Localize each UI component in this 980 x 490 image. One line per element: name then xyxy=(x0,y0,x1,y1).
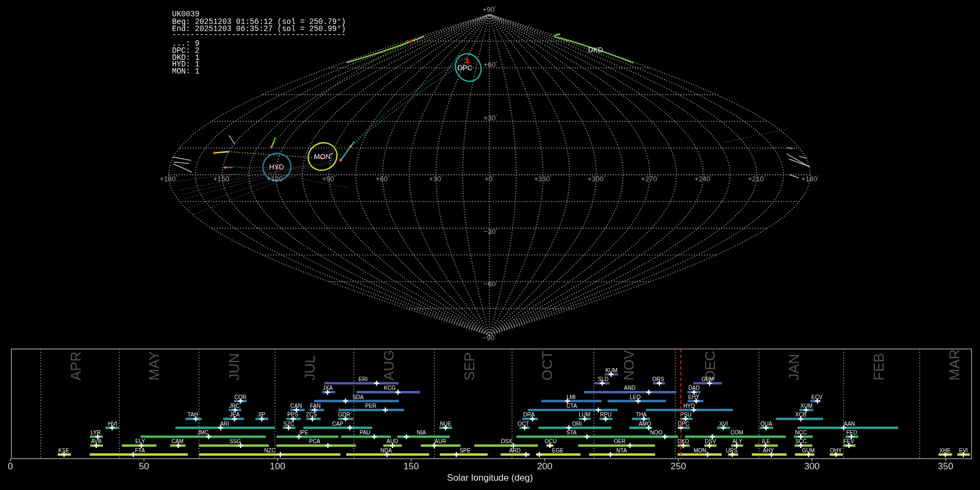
svg-text:MON: 1: MON: 1 xyxy=(172,67,199,76)
svg-text:ECV: ECV xyxy=(811,394,823,400)
svg-text:−90°: −90° xyxy=(482,334,496,342)
svg-text:AND: AND xyxy=(624,385,635,391)
svg-text:0: 0 xyxy=(8,461,13,471)
svg-text:DRA: DRA xyxy=(523,412,535,418)
svg-text:QUA: QUA xyxy=(761,421,773,427)
svg-text:DKD: DKD xyxy=(588,46,603,54)
svg-text:+180°: +180° xyxy=(801,175,819,183)
svg-text:−60°: −60° xyxy=(483,280,497,288)
svg-text:NIA: NIA xyxy=(417,430,426,436)
svg-text:CAP: CAP xyxy=(332,421,344,427)
svg-text:+30°: +30° xyxy=(429,175,443,183)
svg-text:ARD: ARD xyxy=(509,448,520,454)
svg-text:+90°: +90° xyxy=(322,175,336,183)
svg-text:NOO: NOO xyxy=(650,430,663,436)
svg-text:EVI: EVI xyxy=(959,448,968,454)
svg-text:+210°: +210° xyxy=(748,175,766,183)
svg-text:100: 100 xyxy=(270,461,285,471)
svg-text:JAN: JAN xyxy=(786,354,802,381)
svg-text:ERI: ERI xyxy=(359,376,368,382)
svg-text:KCG: KCG xyxy=(384,385,396,391)
svg-text:PCA: PCA xyxy=(309,438,321,444)
svg-text:COM: COM xyxy=(731,430,743,436)
svg-text:ILE: ILE xyxy=(762,438,770,444)
svg-text:NDA: NDA xyxy=(381,448,392,454)
svg-text:CTA: CTA xyxy=(567,403,578,409)
svg-text:+60°: +60° xyxy=(376,175,389,183)
svg-text:ORS: ORS xyxy=(652,376,664,382)
svg-text:XUM: XUM xyxy=(800,403,812,409)
svg-text:JEA: JEA xyxy=(230,412,240,418)
svg-text:SPE: SPE xyxy=(460,448,470,454)
svg-text:DPC: DPC xyxy=(678,421,689,427)
svg-text:STA: STA xyxy=(566,430,577,436)
svg-text:200: 200 xyxy=(537,461,552,471)
svg-text:HYD: HYD xyxy=(683,403,695,409)
svg-text:IPE: IPE xyxy=(299,430,308,436)
svg-text:SLD: SLD xyxy=(598,376,608,382)
svg-text:EGE: EGE xyxy=(552,448,564,454)
svg-text:AUG: AUG xyxy=(381,350,397,381)
svg-text:ALY: ALY xyxy=(732,438,742,444)
svg-text:COR: COR xyxy=(234,394,246,400)
svg-text:250: 250 xyxy=(671,461,686,471)
svg-text:NUE: NUE xyxy=(440,421,451,427)
svg-text:HYD: HYD xyxy=(269,163,284,171)
svg-text:ARI: ARI xyxy=(220,421,229,427)
svg-text:OER: OER xyxy=(614,438,626,444)
svg-text:JMC: JMC xyxy=(198,430,209,436)
svg-text:FTA: FTA xyxy=(135,448,145,454)
svg-text:+150°: +150° xyxy=(213,175,231,183)
svg-text:AUR: AUR xyxy=(434,438,446,444)
svg-text:KUM: KUM xyxy=(605,367,617,373)
svg-text:JUL: JUL xyxy=(302,356,318,381)
svg-text:NZC: NZC xyxy=(264,448,275,454)
svg-text:PER: PER xyxy=(365,403,377,409)
svg-text:JIP: JIP xyxy=(258,412,266,418)
svg-text:MAR: MAR xyxy=(946,349,963,381)
svg-text:PPS: PPS xyxy=(287,412,298,418)
svg-text:DAD: DAD xyxy=(688,385,700,391)
svg-text:+0°: +0° xyxy=(485,175,494,183)
svg-text:MON: MON xyxy=(314,152,330,161)
svg-text:AAN: AAN xyxy=(844,421,855,427)
svg-text:FEV: FEV xyxy=(843,438,854,444)
svg-text:LYR: LYR xyxy=(90,430,101,436)
svg-text:SSG: SSG xyxy=(229,438,241,444)
svg-text:AMO: AMO xyxy=(639,421,651,427)
svg-text:NTA: NTA xyxy=(616,448,627,454)
svg-text:LMI: LMI xyxy=(567,394,576,400)
svg-text:150: 150 xyxy=(403,461,419,471)
svg-text:JUN: JUN xyxy=(226,353,242,381)
svg-text:+270°: +270° xyxy=(641,175,659,183)
svg-text:300: 300 xyxy=(804,461,819,471)
svg-text:GEM: GEM xyxy=(701,376,714,382)
svg-text:350: 350 xyxy=(938,461,953,471)
svg-text:FEB: FEB xyxy=(871,353,887,381)
svg-text:ZCS: ZCS xyxy=(306,412,317,418)
svg-text:RPU: RPU xyxy=(600,412,611,418)
svg-text:SCC: SCC xyxy=(795,438,807,444)
svg-text:FAN: FAN xyxy=(310,403,320,409)
svg-text:OCT: OCT xyxy=(518,421,529,427)
svg-text:HVI: HVI xyxy=(108,421,118,427)
svg-text:GDR: GDR xyxy=(338,412,350,418)
svg-text:DPC: DPC xyxy=(457,64,472,72)
svg-text:XCB: XCB xyxy=(795,412,807,418)
svg-text:PSU: PSU xyxy=(680,412,691,418)
svg-text:OCT: OCT xyxy=(539,351,555,381)
svg-text:GUM: GUM xyxy=(802,448,814,454)
svg-text:DSV: DSV xyxy=(705,438,716,444)
svg-text:+60°: +60° xyxy=(483,60,497,69)
svg-text:CAM: CAM xyxy=(171,438,183,444)
svg-text:EHY: EHY xyxy=(688,394,700,400)
svg-text:LUM: LUM xyxy=(579,412,590,418)
svg-text:------------------------------: -------------------------------------- xyxy=(172,30,346,39)
svg-text:NOV: NOV xyxy=(621,350,637,381)
svg-text:+90°: +90° xyxy=(482,5,496,14)
svg-text:−30°: −30° xyxy=(483,228,497,236)
svg-text:AHY: AHY xyxy=(763,448,774,454)
svg-text:XHE: XHE xyxy=(940,448,951,454)
svg-text:URS: URS xyxy=(726,448,737,454)
svg-text:PAU: PAU xyxy=(359,430,370,436)
